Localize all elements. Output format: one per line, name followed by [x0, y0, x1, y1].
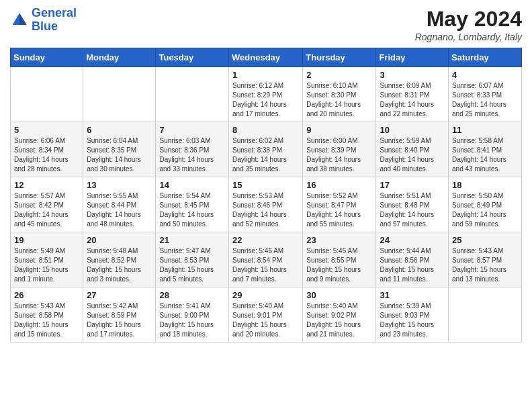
calendar-cell: 13Sunrise: 5:55 AMSunset: 8:44 PMDayligh…	[83, 177, 156, 232]
calendar-cell: 6Sunrise: 6:04 AMSunset: 8:35 PMDaylight…	[83, 122, 156, 177]
calendar-cell: 29Sunrise: 5:40 AMSunset: 9:01 PMDayligh…	[229, 287, 303, 342]
month-year: May 2024	[415, 7, 522, 32]
calendar-cell: 23Sunrise: 5:45 AMSunset: 8:55 PMDayligh…	[303, 232, 376, 287]
day-number: 11	[452, 125, 518, 135]
day-number: 21	[159, 235, 225, 245]
day-number: 20	[87, 235, 152, 245]
day-number: 1	[232, 70, 299, 80]
day-info: Sunrise: 5:42 AMSunset: 8:59 PMDaylight:…	[87, 302, 152, 339]
day-number: 10	[380, 125, 445, 135]
day-number: 27	[87, 290, 152, 300]
day-number: 25	[452, 235, 518, 245]
day-info: Sunrise: 5:40 AMSunset: 9:01 PMDaylight:…	[232, 302, 299, 339]
logo-line1: General	[32, 6, 77, 19]
location: Rognano, Lombardy, Italy	[415, 32, 522, 42]
day-number: 14	[159, 180, 225, 190]
day-info: Sunrise: 5:55 AMSunset: 8:44 PMDaylight:…	[87, 191, 152, 229]
day-number: 13	[87, 180, 152, 190]
calendar-cell: 3Sunrise: 6:09 AMSunset: 8:31 PMDaylight…	[376, 67, 449, 122]
calendar-week-row: 26Sunrise: 5:43 AMSunset: 8:58 PMDayligh…	[11, 287, 522, 342]
weekday-header: Friday	[376, 48, 449, 67]
weekday-header: Thursday	[303, 48, 376, 67]
calendar-cell: 11Sunrise: 5:58 AMSunset: 8:41 PMDayligh…	[449, 122, 522, 177]
calendar-cell: 15Sunrise: 5:53 AMSunset: 8:46 PMDayligh…	[229, 177, 303, 232]
calendar-cell: 4Sunrise: 6:07 AMSunset: 8:33 PMDaylight…	[449, 67, 522, 122]
calendar-cell: 1Sunrise: 6:12 AMSunset: 8:29 PMDaylight…	[229, 67, 303, 122]
day-info: Sunrise: 5:54 AMSunset: 8:45 PMDaylight:…	[159, 191, 225, 229]
weekday-header: Monday	[83, 48, 156, 67]
day-number: 19	[14, 235, 79, 245]
day-info: Sunrise: 6:03 AMSunset: 8:36 PMDaylight:…	[159, 136, 225, 174]
calendar-cell: 30Sunrise: 5:40 AMSunset: 9:02 PMDayligh…	[303, 287, 376, 342]
calendar-cell	[83, 67, 156, 122]
calendar-table: SundayMondayTuesdayWednesdayThursdayFrid…	[10, 48, 522, 342]
calendar-cell: 27Sunrise: 5:42 AMSunset: 8:59 PMDayligh…	[83, 287, 156, 342]
day-info: Sunrise: 6:12 AMSunset: 8:29 PMDaylight:…	[232, 81, 299, 119]
day-number: 31	[380, 290, 445, 300]
day-info: Sunrise: 6:00 AMSunset: 8:39 PMDaylight:…	[306, 136, 372, 174]
day-number: 24	[380, 235, 445, 245]
svg-marker-1	[19, 13, 27, 25]
day-info: Sunrise: 6:07 AMSunset: 8:33 PMDaylight:…	[452, 81, 518, 119]
weekday-header: Saturday	[449, 48, 522, 67]
calendar-cell: 19Sunrise: 5:49 AMSunset: 8:51 PMDayligh…	[11, 232, 83, 287]
day-info: Sunrise: 6:06 AMSunset: 8:34 PMDaylight:…	[14, 136, 79, 174]
day-number: 3	[380, 70, 445, 80]
day-info: Sunrise: 5:52 AMSunset: 8:47 PMDaylight:…	[306, 191, 372, 229]
page-header: General Blue May 2024 Rognano, Lombardy,…	[10, 7, 522, 42]
calendar-cell: 17Sunrise: 5:51 AMSunset: 8:48 PMDayligh…	[376, 177, 449, 232]
day-info: Sunrise: 5:49 AMSunset: 8:51 PMDaylight:…	[14, 246, 79, 284]
day-info: Sunrise: 5:57 AMSunset: 8:42 PMDaylight:…	[14, 191, 79, 229]
day-number: 15	[232, 180, 299, 190]
calendar-cell: 8Sunrise: 6:02 AMSunset: 8:38 PMDaylight…	[229, 122, 303, 177]
day-info: Sunrise: 5:44 AMSunset: 8:56 PMDaylight:…	[380, 246, 445, 284]
weekday-header-row: SundayMondayTuesdayWednesdayThursdayFrid…	[11, 48, 522, 67]
calendar-cell: 16Sunrise: 5:52 AMSunset: 8:47 PMDayligh…	[303, 177, 376, 232]
logo: General Blue	[10, 7, 77, 34]
calendar-cell: 12Sunrise: 5:57 AMSunset: 8:42 PMDayligh…	[11, 177, 83, 232]
calendar-cell	[156, 67, 229, 122]
weekday-header: Wednesday	[229, 48, 303, 67]
calendar-cell: 9Sunrise: 6:00 AMSunset: 8:39 PMDaylight…	[303, 122, 376, 177]
day-info: Sunrise: 6:04 AMSunset: 8:35 PMDaylight:…	[87, 136, 152, 174]
day-info: Sunrise: 6:10 AMSunset: 8:30 PMDaylight:…	[306, 81, 372, 119]
calendar-cell: 7Sunrise: 6:03 AMSunset: 8:36 PMDaylight…	[156, 122, 229, 177]
day-number: 29	[232, 290, 299, 300]
day-info: Sunrise: 5:43 AMSunset: 8:58 PMDaylight:…	[14, 302, 79, 339]
weekday-header: Tuesday	[156, 48, 229, 67]
day-number: 16	[306, 180, 372, 190]
calendar-cell: 24Sunrise: 5:44 AMSunset: 8:56 PMDayligh…	[376, 232, 449, 287]
day-number: 26	[14, 290, 79, 300]
title-block: May 2024 Rognano, Lombardy, Italy	[415, 7, 522, 42]
calendar-cell: 28Sunrise: 5:41 AMSunset: 9:00 PMDayligh…	[156, 287, 229, 342]
day-info: Sunrise: 6:02 AMSunset: 8:38 PMDaylight:…	[232, 136, 299, 174]
calendar-cell: 2Sunrise: 6:10 AMSunset: 8:30 PMDaylight…	[303, 67, 376, 122]
calendar-cell: 10Sunrise: 5:59 AMSunset: 8:40 PMDayligh…	[376, 122, 449, 177]
day-info: Sunrise: 5:48 AMSunset: 8:52 PMDaylight:…	[87, 246, 152, 284]
day-number: 28	[159, 290, 225, 300]
calendar-cell: 18Sunrise: 5:50 AMSunset: 8:49 PMDayligh…	[449, 177, 522, 232]
day-number: 23	[306, 235, 372, 245]
day-info: Sunrise: 5:47 AMSunset: 8:53 PMDaylight:…	[159, 246, 225, 284]
calendar-cell: 14Sunrise: 5:54 AMSunset: 8:45 PMDayligh…	[156, 177, 229, 232]
calendar-cell	[11, 67, 83, 122]
day-number: 9	[306, 125, 372, 135]
day-number: 18	[452, 180, 518, 190]
day-number: 4	[452, 70, 518, 80]
day-info: Sunrise: 5:53 AMSunset: 8:46 PMDaylight:…	[232, 191, 299, 229]
day-number: 22	[232, 235, 299, 245]
calendar-cell: 26Sunrise: 5:43 AMSunset: 8:58 PMDayligh…	[11, 287, 83, 342]
calendar-week-row: 12Sunrise: 5:57 AMSunset: 8:42 PMDayligh…	[11, 177, 522, 232]
calendar-cell: 25Sunrise: 5:43 AMSunset: 8:57 PMDayligh…	[449, 232, 522, 287]
day-info: Sunrise: 5:41 AMSunset: 9:00 PMDaylight:…	[159, 302, 225, 339]
day-info: Sunrise: 5:46 AMSunset: 8:54 PMDaylight:…	[232, 246, 299, 284]
calendar-cell: 20Sunrise: 5:48 AMSunset: 8:52 PMDayligh…	[83, 232, 156, 287]
calendar-cell: 5Sunrise: 6:06 AMSunset: 8:34 PMDaylight…	[11, 122, 83, 177]
logo-line2: Blue	[32, 19, 58, 33]
day-number: 8	[232, 125, 299, 135]
day-info: Sunrise: 5:43 AMSunset: 8:57 PMDaylight:…	[452, 246, 518, 284]
calendar-week-row: 5Sunrise: 6:06 AMSunset: 8:34 PMDaylight…	[11, 122, 522, 177]
day-info: Sunrise: 5:51 AMSunset: 8:48 PMDaylight:…	[380, 191, 445, 229]
calendar-week-row: 1Sunrise: 6:12 AMSunset: 8:29 PMDaylight…	[11, 67, 522, 122]
calendar-cell: 31Sunrise: 5:39 AMSunset: 9:03 PMDayligh…	[376, 287, 449, 342]
